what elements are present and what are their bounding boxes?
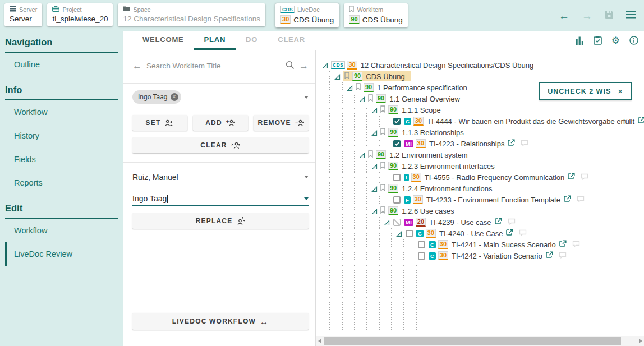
sidebar-item-history[interactable]: History: [5, 124, 123, 147]
external-link-icon[interactable]: [638, 117, 644, 126]
close-icon[interactable]: ×: [618, 86, 623, 96]
expand-triangle-icon[interactable]: [334, 73, 341, 80]
sidebar-item-reports[interactable]: Reports: [5, 171, 123, 195]
tree-row[interactable]: 901.2.6 Use cases: [319, 205, 644, 216]
workitem-title[interactable]: 1.2.3 Environment interfaces: [402, 162, 494, 170]
livedoc-workflow-button[interactable]: LIVEDOC WORKFLOW↔: [132, 313, 309, 330]
project-card[interactable]: Project ti_spielwiese_20: [47, 3, 113, 26]
workitem-checkbox-unchecked[interactable]: [393, 174, 401, 181]
search-input[interactable]: [146, 62, 286, 70]
workitem-title[interactable]: CDS Übung: [366, 72, 404, 81]
tab-plan[interactable]: PLAN: [194, 31, 236, 50]
workitem-title[interactable]: 1.1.1 Scope: [402, 106, 440, 114]
history-forward-button[interactable]: →: [582, 11, 592, 21]
clipboard-check-icon[interactable]: [594, 36, 602, 45]
workitem-title[interactable]: TI-4444 - Wir bauen ein Produkt das die …: [427, 117, 634, 126]
workitem-title[interactable]: TI-4223 - Relationships: [429, 140, 504, 148]
gear-icon[interactable]: ⚙: [611, 35, 620, 47]
tree-row[interactable]: I 30TI-4555 - Radio Frequency Communicat…: [319, 172, 644, 183]
workitem-title[interactable]: TI-4239 - Use case: [429, 218, 491, 227]
expand-triangle-icon[interactable]: [371, 107, 378, 113]
workitem-checkbox-checked[interactable]: [393, 140, 401, 147]
workitem-title[interactable]: 1.2 Environment system: [389, 151, 467, 159]
workitem-title[interactable]: TI-4233 - Environment Function Template: [426, 196, 560, 204]
chip-remove-icon[interactable]: ×: [171, 93, 178, 101]
expand-triangle-icon[interactable]: [371, 130, 378, 136]
external-link-icon[interactable]: [559, 240, 567, 249]
search-icon[interactable]: [286, 61, 295, 72]
search-next-arrow[interactable]: →: [299, 61, 309, 72]
replace-from-select[interactable]: Ruiz, Manuel: [132, 170, 309, 184]
workitem-title[interactable]: TI-4555 - Radio Frequency Communication: [425, 173, 564, 182]
comment-bubble-icon[interactable]: [581, 173, 588, 182]
workitem-title[interactable]: 12 Characteristical Design Specification…: [361, 61, 534, 70]
replace-button[interactable]: REPLACE: [132, 213, 309, 229]
clear-button[interactable]: CLEAR×: [132, 137, 309, 153]
info-icon[interactable]: [629, 36, 638, 45]
chevron-down-icon[interactable]: [304, 197, 309, 200]
add-button[interactable]: ADD+: [193, 115, 248, 131]
tree-row[interactable]: F 30TI-4233 - Environment Function Templ…: [319, 194, 644, 205]
tree-row[interactable]: 901.2.3 Environment interfaces: [319, 160, 644, 172]
livedoc-card[interactable]: CDSLiveDoc 30CDS Übung: [275, 3, 339, 27]
workitem-checkbox-unchecked[interactable]: [418, 252, 425, 260]
workitem-checkbox-unchecked[interactable]: [393, 196, 401, 204]
external-link-icon[interactable]: [568, 173, 575, 182]
tree-row[interactable]: C 30TI-4242 - Variation Scenario: [319, 250, 644, 261]
remove-button[interactable]: REMOVE−: [254, 115, 309, 131]
workitem-checkbox-unchecked[interactable]: [418, 241, 425, 248]
replace-to-select[interactable]: Ingo Taag: [132, 192, 309, 206]
workitem-title[interactable]: 1.1.3 Relationships: [402, 128, 464, 137]
workitem-title[interactable]: TI-4241 - Main Sucess Scenario: [452, 241, 556, 249]
sidebar-item-livedoc-review[interactable]: LiveDoc Review: [5, 242, 123, 266]
tree-row[interactable]: C 30TI-4444 - Wir bauen ein Produkt das …: [319, 116, 644, 127]
sidebar-item-outline[interactable]: Outline: [5, 53, 123, 76]
workitem-title[interactable]: TI-4240 - Use Case: [439, 229, 503, 238]
external-link-icon[interactable]: [506, 229, 513, 238]
expand-triangle-icon[interactable]: [322, 62, 328, 68]
tree-row[interactable]: C 30TI-4240 - Use Case: [319, 228, 644, 239]
expand-triangle-icon[interactable]: [396, 230, 402, 237]
set-button[interactable]: SET: [132, 115, 187, 131]
expand-triangle-icon[interactable]: [371, 163, 378, 169]
search-prev-arrow[interactable]: ←: [132, 61, 142, 72]
external-link-icon[interactable]: [546, 251, 553, 260]
scroll-left-arrow[interactable]: [318, 339, 321, 343]
server-card[interactable]: Server Server: [4, 3, 42, 26]
tree-row[interactable]: 901.1.3 Relationships: [319, 127, 644, 138]
tree-row[interactable]: CDS 3012 Characteristical Design Specifi…: [319, 59, 644, 71]
tree-row[interactable]: 901.2 Environment system: [319, 149, 644, 160]
chevron-down-icon[interactable]: [304, 176, 309, 178]
workitem-card[interactable]: WorkItem 90CDS Übung: [344, 3, 407, 27]
space-card[interactable]: Space 12 Characteristical Design Specifi…: [118, 3, 265, 26]
expand-triangle-icon[interactable]: [371, 186, 378, 192]
tree-row[interactable]: 901.1.1 Scope: [319, 104, 644, 116]
tab-clear[interactable]: CLEAR: [268, 31, 315, 50]
workitem-title[interactable]: TI-4242 - Variation Scenario: [452, 252, 542, 260]
workitem-title[interactable]: 1.1 General Overview: [389, 95, 460, 103]
chevron-down-icon[interactable]: [304, 96, 309, 99]
assignee-select[interactable]: Ingo Taag ×: [132, 90, 309, 107]
tree-row[interactable]: C 30TI-4241 - Main Sucess Scenario: [319, 239, 644, 250]
hamburger-menu-icon[interactable]: [626, 11, 636, 21]
sidebar-item-fields[interactable]: Fields: [5, 147, 123, 171]
expand-triangle-icon[interactable]: [384, 219, 390, 225]
expand-triangle-icon[interactable]: [347, 85, 353, 91]
workitem-title[interactable]: 1.2.4 Environment functions: [402, 184, 492, 193]
expand-triangle-icon[interactable]: [359, 96, 365, 102]
tab-welcome[interactable]: WELCOME: [132, 31, 194, 50]
comment-bubble-icon[interactable]: [572, 241, 580, 249]
save-icon[interactable]: [605, 10, 614, 21]
workitem-checkbox-checked[interactable]: [393, 118, 401, 125]
comment-bubble-icon[interactable]: [508, 218, 516, 227]
comment-bubble-icon[interactable]: [521, 140, 528, 148]
workitem-checkbox-unchecked[interactable]: [406, 230, 413, 237]
external-link-icon[interactable]: [564, 195, 571, 204]
tree-row[interactable]: MI 20TI-4239 - Use case: [319, 216, 644, 228]
tree-row[interactable]: 90CDS Übung: [319, 71, 644, 82]
tree-row[interactable]: 901.2.4 Environment functions: [319, 183, 644, 194]
workitem-title[interactable]: 1.2.6 Use cases: [402, 207, 454, 215]
external-link-icon[interactable]: [508, 139, 515, 148]
comment-bubble-icon[interactable]: [559, 252, 567, 260]
comment-bubble-icon[interactable]: [519, 229, 527, 238]
